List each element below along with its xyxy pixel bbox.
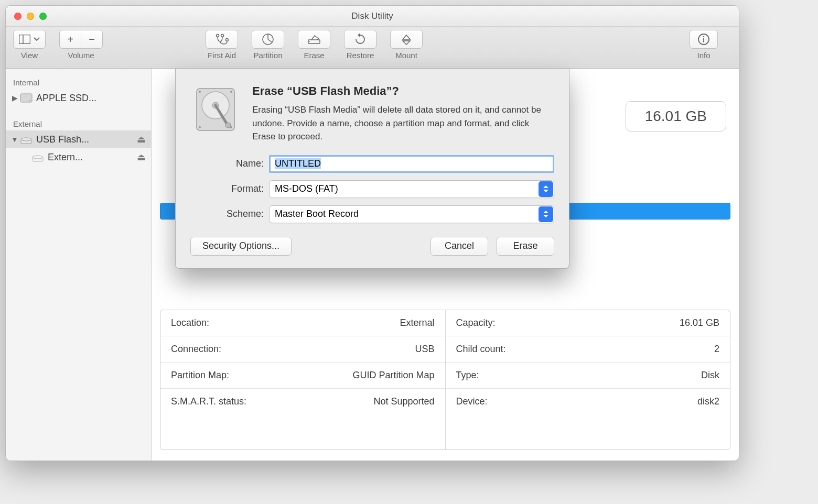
erase-group: Erase <box>298 30 330 60</box>
first-aid-group: First Aid <box>206 30 238 60</box>
detail-row-connection: Connection:USB <box>160 336 445 362</box>
svg-point-25 <box>230 91 232 93</box>
titlebar: Disk Utility <box>6 6 739 27</box>
partition-label: Partition <box>253 51 282 60</box>
internal-disk-icon <box>19 92 33 104</box>
sidebar-item-label: Extern... <box>48 152 83 163</box>
sidebar-item-label: APPLE SSD... <box>36 93 96 104</box>
detail-row-partition-map: Partition Map:GUID Partition Map <box>160 362 445 388</box>
name-label: Name: <box>190 158 269 169</box>
restore-icon <box>354 33 367 46</box>
chevron-updown-icon <box>539 206 553 222</box>
name-input[interactable] <box>269 155 554 173</box>
svg-point-4 <box>226 39 229 41</box>
eject-icon[interactable]: ⏏ <box>137 134 146 145</box>
details-table: Location:External Connection:USB Partiti… <box>160 310 730 450</box>
svg-point-17 <box>21 138 31 141</box>
detail-row-type: Type:Disk <box>446 362 730 388</box>
chevron-down-icon <box>34 37 40 41</box>
restore-button[interactable] <box>344 30 376 49</box>
cancel-button[interactable]: Cancel <box>430 237 488 256</box>
info-label: Info <box>697 51 710 60</box>
details-right-column: Capacity:16.01 GB Child count:2 Type:Dis… <box>445 310 730 450</box>
scheme-select[interactable]: Master Boot Record <box>269 205 554 223</box>
disclosure-triangle-icon[interactable]: ▶ <box>11 94 18 102</box>
sidebar-header-external: External <box>6 115 151 130</box>
sidebar-item-external-volume[interactable]: Extern... ⏏ <box>6 148 151 166</box>
partition-group: Partition <box>252 30 284 60</box>
external-disk-icon <box>19 134 33 145</box>
mount-group: Mount <box>390 30 423 60</box>
chevron-updown-icon <box>539 181 553 197</box>
sheet-title: Erase “USB Flash Media”? <box>252 84 554 98</box>
svg-point-2 <box>217 35 219 37</box>
detail-row-smart: S.M.A.R.T. status:Not Supported <box>160 388 445 414</box>
erase-button[interactable] <box>298 30 330 49</box>
svg-point-26 <box>199 126 201 128</box>
svg-rect-8 <box>308 40 320 43</box>
disk-utility-window: Disk Utility View + − Volume <box>5 5 739 461</box>
details-left-column: Location:External Connection:USB Partiti… <box>160 310 445 450</box>
svg-point-15 <box>29 100 30 101</box>
capacity-badge: 16.01 GB <box>626 101 726 132</box>
sidebar: Internal ▶ APPLE SSD... External ▼ USB F… <box>6 69 152 461</box>
hard-drive-icon <box>190 84 241 135</box>
stethoscope-icon <box>215 34 229 45</box>
erase-icon <box>307 34 321 45</box>
plus-icon: + <box>67 34 73 46</box>
detail-row-device: Device:disk2 <box>446 388 730 414</box>
svg-line-7 <box>268 39 272 42</box>
sidebar-item-usb-flash[interactable]: ▼ USB Flash... ⏏ <box>6 130 151 148</box>
svg-point-23 <box>225 123 231 128</box>
partition-button[interactable] <box>252 30 284 49</box>
info-button[interactable] <box>690 30 718 49</box>
mount-button[interactable] <box>390 30 423 49</box>
first-aid-button[interactable] <box>206 30 238 49</box>
view-group: View <box>13 30 46 60</box>
svg-point-27 <box>230 126 232 128</box>
minus-icon: − <box>89 34 95 46</box>
sidebar-item-label: USB Flash... <box>36 134 89 145</box>
disclosure-triangle-icon[interactable]: ▼ <box>11 135 18 144</box>
detail-row-capacity: Capacity:16.01 GB <box>446 310 730 336</box>
info-group: Info <box>690 30 718 60</box>
view-button[interactable] <box>13 30 46 49</box>
scheme-label: Scheme: <box>190 209 269 220</box>
window-title: Disk Utility <box>6 11 739 21</box>
sheet-description: Erasing “USB Flash Media” will delete al… <box>252 103 554 144</box>
format-select[interactable]: MS-DOS (FAT) <box>269 180 554 198</box>
detail-row-child-count: Child count:2 <box>446 336 730 362</box>
sidebar-icon <box>19 35 30 44</box>
erase-sheet-dialog: Erase “USB Flash Media”? Erasing “USB Fl… <box>175 69 569 269</box>
detail-row-location: Location:External <box>160 310 445 336</box>
volume-group: + − Volume <box>59 30 103 60</box>
svg-point-19 <box>33 156 43 159</box>
mount-label: Mount <box>395 51 417 60</box>
volume-label: Volume <box>68 51 94 60</box>
format-label: Format: <box>190 183 269 194</box>
security-options-button[interactable]: Security Options... <box>190 237 292 256</box>
toolbar: View + − Volume First Aid Partition <box>6 27 739 69</box>
svg-point-12 <box>703 36 704 37</box>
info-icon <box>697 33 710 46</box>
sidebar-item-internal-ssd[interactable]: ▶ APPLE SSD... <box>6 89 151 107</box>
add-volume-button[interactable]: + <box>59 30 81 49</box>
erase-confirm-button[interactable]: Erase <box>497 237 554 256</box>
first-aid-label: First Aid <box>208 51 236 60</box>
svg-point-24 <box>199 91 201 93</box>
view-label: View <box>21 51 38 60</box>
pie-icon <box>262 33 274 46</box>
restore-group: Restore <box>344 30 376 60</box>
erase-label: Erase <box>304 51 324 60</box>
sidebar-header-internal: Internal <box>6 74 151 89</box>
remove-volume-button[interactable]: − <box>81 30 103 49</box>
svg-rect-0 <box>19 35 30 44</box>
eject-icon[interactable]: ⏏ <box>137 151 146 163</box>
svg-point-3 <box>221 35 224 37</box>
mount-icon <box>401 34 412 45</box>
external-volume-icon <box>31 151 45 163</box>
restore-label: Restore <box>347 51 374 60</box>
